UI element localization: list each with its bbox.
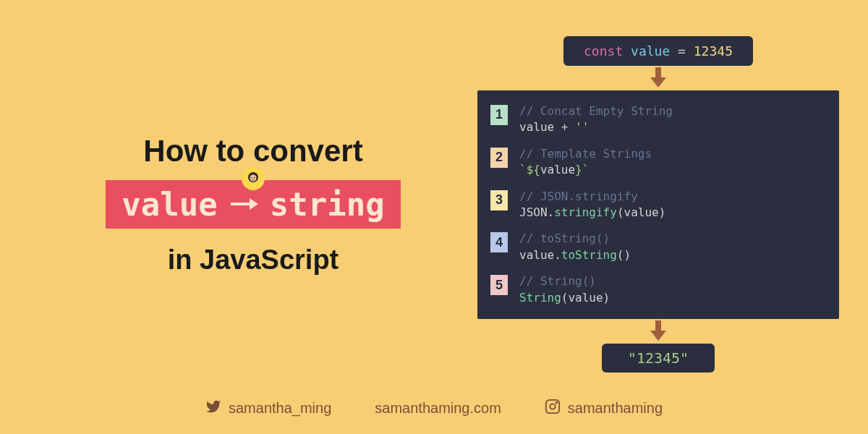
code-comment: // toString()	[519, 231, 631, 247]
code-methods-block: 1 // Concat Empty String value + '' 2 //…	[477, 90, 839, 319]
keyword-const: const	[584, 43, 623, 59]
code-comment: // String()	[519, 273, 610, 289]
arrow-down-icon	[647, 67, 669, 89]
svg-marker-10	[650, 331, 666, 341]
code-comment: // JSON.stringify	[519, 189, 665, 205]
svg-point-4	[254, 176, 255, 178]
title-panel: How to convert value string	[22, 29, 441, 380]
variable-name: value	[631, 43, 670, 59]
method-item: 5 // String() String(value)	[490, 273, 822, 306]
svg-marker-8	[650, 77, 666, 88]
website-url: samanthaming.com	[375, 400, 501, 417]
method-number-badge: 1	[490, 105, 508, 125]
svg-rect-7	[655, 67, 661, 79]
arrow-right-icon	[229, 195, 258, 213]
svg-marker-6	[250, 198, 258, 210]
website-link[interactable]: samanthaming.com	[375, 400, 501, 417]
output-result: "12345"	[602, 344, 715, 373]
method-code: // String() String(value)	[519, 273, 610, 306]
method-item: 4 // toString() value.toString()	[490, 231, 822, 263]
code-comment: // Concat Empty String	[519, 103, 673, 119]
title-line-2: in JavaScript	[168, 244, 339, 276]
instagram-link[interactable]: samanthaming	[545, 399, 663, 418]
twitter-link[interactable]: samantha_ming	[205, 399, 331, 418]
svg-point-12	[550, 404, 555, 409]
method-item: 3 // JSON.stringify JSON.stringify(value…	[490, 189, 822, 221]
convert-from: value	[122, 186, 217, 223]
code-comment: // Template Strings	[519, 146, 652, 162]
twitter-handle: samantha_ming	[229, 400, 331, 417]
equals-operator: =	[678, 43, 686, 59]
svg-point-3	[252, 176, 253, 178]
method-code: // Template Strings `${value}`	[519, 146, 652, 179]
avatar-icon	[242, 167, 265, 190]
twitter-icon	[205, 399, 221, 418]
method-item: 2 // Template Strings `${value}`	[490, 146, 822, 179]
method-item: 1 // Concat Empty String value + ''	[490, 103, 822, 136]
method-number-badge: 3	[490, 190, 508, 210]
code-expression: JSON.stringify(value)	[519, 205, 665, 221]
code-expression: value.toString()	[519, 247, 631, 263]
instagram-icon	[545, 399, 561, 418]
svg-rect-9	[655, 320, 661, 332]
svg-point-13	[556, 402, 557, 404]
instagram-handle: samanthaming	[568, 400, 663, 417]
code-expression: String(value)	[519, 290, 610, 306]
method-number-badge: 5	[490, 275, 508, 295]
method-number-badge: 4	[490, 232, 508, 252]
svg-point-2	[250, 174, 257, 181]
convert-to: string	[270, 186, 385, 223]
code-panel: const value = 12345 1 // Concat Empty St…	[470, 29, 846, 380]
code-declaration: const value = 12345	[563, 36, 753, 66]
method-code: // Concat Empty String value + ''	[519, 103, 673, 136]
method-code: // toString() value.toString()	[519, 231, 631, 263]
method-number-badge: 2	[490, 148, 508, 168]
title-line-1: How to convert	[143, 134, 362, 169]
code-expression: value + ''	[519, 119, 673, 135]
social-links: samantha_ming samanthaming.com samantham…	[0, 399, 868, 418]
arrow-down-icon	[647, 320, 669, 342]
conversion-badge: value string	[106, 180, 400, 229]
number-literal: 12345	[694, 43, 733, 59]
code-expression: `${value}`	[519, 162, 652, 178]
method-code: // JSON.stringify JSON.stringify(value)	[519, 189, 665, 221]
